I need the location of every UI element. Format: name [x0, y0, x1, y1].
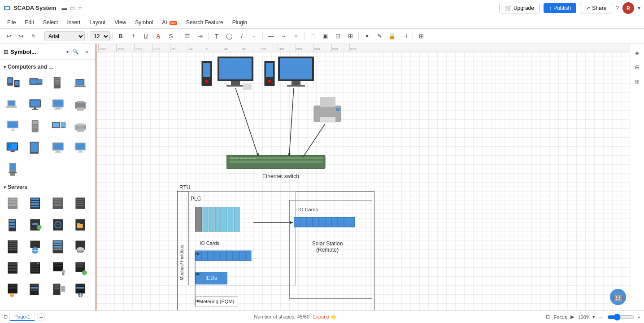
symbol-server2[interactable] — [26, 194, 46, 214]
symbol-imac[interactable] — [4, 117, 23, 137]
section-servers[interactable]: ▾ Servers — [0, 182, 96, 192]
add-page-button[interactable]: + — [37, 313, 45, 321]
zoom-in-button[interactable]: + — [638, 314, 640, 320]
undo-button[interactable]: ↩ — [3, 31, 14, 42]
symbol-tower-pc[interactable] — [4, 74, 23, 94]
symbol-server-net[interactable] — [71, 280, 91, 300]
zoom-slider[interactable] — [607, 314, 634, 321]
symbol-server-mixed[interactable] — [26, 280, 46, 300]
symbol-server-globe[interactable] — [26, 237, 46, 257]
font-color-button[interactable]: A — [152, 31, 164, 42]
menu-layout[interactable]: Layout — [86, 18, 109, 27]
play-button[interactable]: ▶ — [570, 314, 574, 320]
symbol-server-rack2[interactable] — [49, 237, 69, 257]
symbol-server-dark2[interactable] — [26, 259, 46, 279]
symbol-server3[interactable] — [49, 194, 69, 214]
menu-file[interactable]: File — [4, 18, 19, 27]
symbol-server-folder[interactable] — [71, 216, 91, 236]
menu-view[interactable]: View — [111, 18, 130, 27]
symbol-printer2[interactable] — [71, 117, 91, 137]
arrange-button[interactable]: ⊞ — [344, 31, 356, 42]
symbol-server-pc[interactable] — [49, 280, 69, 300]
menu-edit[interactable]: Edit — [21, 18, 38, 27]
layers-bottom-button[interactable]: ⊟ — [546, 314, 550, 320]
chatbot-button[interactable]: 🤖 — [610, 289, 626, 305]
strikethrough-button[interactable]: S — [165, 31, 177, 42]
bold-button[interactable]: B — [115, 31, 126, 42]
minimize-icon[interactable]: ▬ — [62, 5, 67, 11]
sidebar-close-button[interactable]: « — [82, 47, 92, 57]
symbol-server-web[interactable] — [49, 216, 69, 236]
symbol-server-orange[interactable] — [4, 280, 23, 300]
symbol-imac2[interactable] — [71, 139, 91, 158]
account-chevron[interactable]: ▾ — [638, 5, 640, 11]
symbol-server-dark3[interactable] — [49, 259, 69, 279]
menu-search-feature[interactable]: Search Feature — [183, 18, 227, 27]
sidebar-search-button[interactable]: 🔍 — [70, 47, 80, 57]
italic-button[interactable]: I — [127, 31, 139, 42]
symbol-server-rack[interactable] — [4, 237, 23, 257]
focus-button[interactable]: Focus — [553, 314, 567, 320]
avatar[interactable]: R — [622, 2, 634, 14]
menu-ai[interactable]: AI hot — [158, 18, 181, 27]
canvas-scroll[interactable]: Ethernet switch RTU — [96, 52, 630, 310]
symbol-desktop[interactable] — [26, 74, 46, 94]
symbol-server-dark4[interactable] — [71, 259, 91, 279]
symbol-server4[interactable] — [71, 194, 91, 214]
symbol-mac-pro[interactable] — [26, 117, 46, 137]
publish-button[interactable]: ↑ Publish — [544, 3, 576, 13]
menu-insert[interactable]: Insert — [63, 18, 84, 27]
right-components-button[interactable]: ⊞ — [632, 76, 643, 87]
right-format-button[interactable]: ◈ — [632, 48, 643, 58]
symbol-laptop[interactable] — [71, 74, 91, 94]
edit-shape-button[interactable]: ✎ — [374, 31, 385, 42]
redo2-button[interactable]: ↻ — [28, 31, 39, 42]
symbol-server-db2[interactable] — [71, 237, 91, 257]
help-button[interactable]: ? — [616, 5, 619, 11]
maximize-icon[interactable]: ▭ — [70, 5, 75, 11]
text-button[interactable]: T — [211, 31, 222, 42]
shape-button[interactable]: □ — [307, 31, 318, 42]
menu-plugin[interactable]: Plugin — [229, 18, 251, 27]
pin-icon[interactable]: ☆ — [78, 5, 83, 11]
font-size-select[interactable]: 12 — [90, 31, 110, 41]
sparkle-button[interactable]: ✦ — [361, 31, 373, 42]
font-family-select[interactable]: Arial — [44, 31, 85, 41]
symbol-server-dark1[interactable] — [4, 259, 23, 279]
menu-select[interactable]: Select — [39, 18, 61, 27]
symbol-server1[interactable] — [4, 194, 23, 214]
align-button[interactable]: ☰ — [182, 31, 193, 42]
pen-button[interactable]: / — [236, 31, 248, 42]
share-button[interactable]: ↗ Share — [580, 3, 612, 13]
right-layers-button[interactable]: ⊟ — [632, 62, 643, 73]
zoom-out-button[interactable]: — — [599, 314, 604, 320]
shadow-button[interactable]: ▣ — [319, 31, 331, 42]
expand-link[interactable]: Expand — [313, 314, 329, 319]
crop-button[interactable]: ⊡ — [332, 31, 344, 42]
symbol-server-db[interactable] — [26, 216, 46, 236]
lock-button[interactable]: 🔒 — [386, 31, 398, 42]
sidebar-dropdown-icon[interactable]: ▾ — [66, 49, 69, 54]
symbol-tablet[interactable] — [26, 139, 46, 158]
symbol-mac[interactable] — [49, 96, 69, 115]
line-style-button[interactable]: — — [265, 31, 277, 42]
menu-symbol[interactable]: Symbol — [131, 18, 157, 27]
underline-button[interactable]: U — [140, 31, 152, 42]
symbol-winpc[interactable] — [4, 139, 23, 158]
line-width-button[interactable]: ≡ — [290, 31, 302, 42]
connector-button[interactable]: ⌐ — [248, 31, 260, 42]
symbol-server-tower[interactable] — [49, 74, 69, 94]
ungroup-button[interactable]: ⊣ — [399, 31, 410, 42]
upgrade-button[interactable]: 🛒 Upgrade — [499, 3, 540, 13]
indent-button[interactable]: ⇥ — [194, 31, 206, 42]
symbol-server5[interactable] — [4, 216, 23, 236]
toggle-panel-button[interactable]: ⊟ — [4, 314, 8, 320]
symbol-monitor2[interactable] — [49, 139, 69, 158]
symbol-monitor[interactable] — [26, 96, 46, 115]
symbol-laptop2[interactable] — [4, 96, 23, 115]
table-button[interactable]: ⊞ — [415, 31, 427, 42]
eraser-button[interactable]: ◯ — [223, 31, 235, 42]
redo-button[interactable]: ↪ — [15, 31, 27, 42]
zoom-chevron[interactable]: ▾ — [592, 314, 595, 320]
page-tab-1[interactable]: Page-1 — [9, 313, 35, 321]
